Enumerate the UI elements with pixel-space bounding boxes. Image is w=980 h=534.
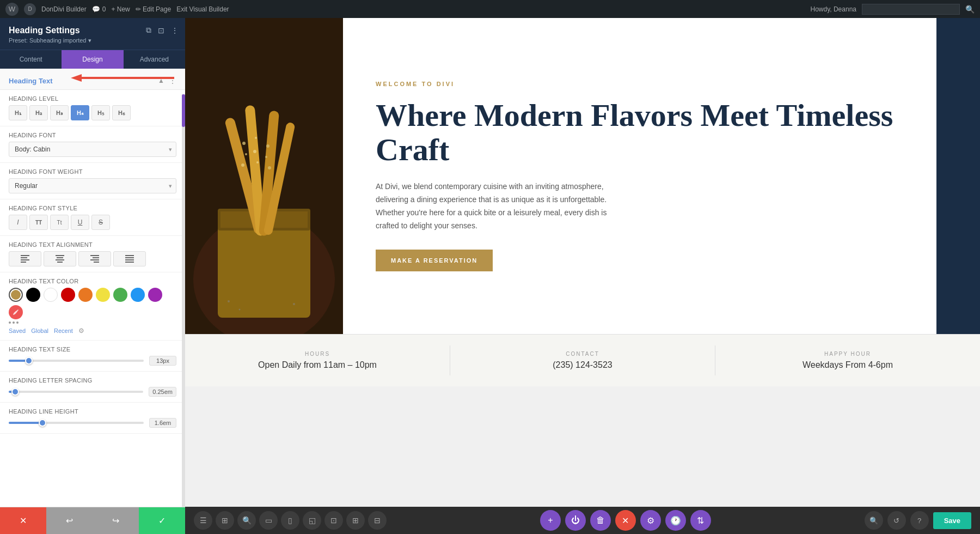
color-swatch-black[interactable] (26, 288, 40, 302)
divi-logo[interactable]: D (24, 3, 36, 15)
h3-button[interactable]: H₃ (50, 105, 69, 120)
color-swatch-yellow[interactable] (96, 288, 110, 302)
cancel-button[interactable]: ✕ (0, 507, 46, 534)
tab-design[interactable]: Design (62, 50, 123, 69)
svg-point-29 (241, 163, 244, 167)
howdy-text: Howdy, Deanna (811, 5, 857, 13)
preview-area: WELCOME TO DIVI Where Modern Flavors Mee… (185, 18, 980, 534)
sort-button[interactable]: ⇅ (690, 510, 711, 531)
heading-font-weight-select-wrapper: Regular (9, 178, 176, 193)
heading-line-height-track[interactable] (9, 422, 144, 424)
tab-advanced[interactable]: Advanced (124, 50, 185, 69)
settings-button[interactable]: ⚙ (640, 510, 661, 531)
zoom-icon[interactable]: 🔍 (865, 511, 883, 530)
section-collapse-icon[interactable]: ▲ (158, 77, 164, 84)
panel-more-icon[interactable]: ⋮ (171, 26, 179, 35)
builder-mobile-icon[interactable]: ◱ (303, 511, 321, 530)
undo-button[interactable]: ↩ (46, 507, 93, 534)
admin-bar: W D DonDivi Builder 💬 0 + New ✏ Edit Pag… (0, 0, 980, 18)
color-swatch-white[interactable] (44, 288, 58, 302)
align-justify-button[interactable] (113, 251, 146, 266)
edit-page-link[interactable]: ✏ Edit Page (136, 5, 171, 13)
h1-button[interactable]: H₁ (9, 105, 27, 120)
close-button[interactable]: ✕ (615, 510, 636, 531)
hero-cta-button[interactable]: MAKE A RESERVATION (376, 250, 493, 271)
hero-text-area: WELCOME TO DIVI Where Modern Flavors Mee… (343, 18, 936, 334)
h4-button[interactable]: H₄ (71, 105, 89, 120)
builder-select-icon[interactable]: ⊞ (346, 511, 365, 530)
h5-button[interactable]: H₅ (91, 105, 110, 120)
svg-point-37 (239, 309, 241, 311)
redo-button[interactable]: ↪ (93, 507, 139, 534)
color-settings-icon[interactable]: ⚙ (78, 327, 84, 335)
section-more-icon[interactable]: ⋮ (169, 76, 176, 85)
heading-line-height-value[interactable]: 1.6em (149, 418, 176, 428)
color-swatch-orange[interactable] (78, 288, 93, 302)
help-icon[interactable]: ? (910, 511, 929, 530)
color-swatch-blue[interactable] (131, 288, 145, 302)
color-recent-tab[interactable]: Recent (54, 327, 73, 334)
builder-grid2-icon[interactable]: ⊟ (368, 511, 387, 530)
strikethrough-button[interactable]: S (91, 215, 110, 230)
color-swatch-custom[interactable] (9, 305, 23, 319)
confirm-button[interactable]: ✓ (139, 507, 185, 534)
align-left-button[interactable] (9, 251, 41, 266)
color-swatch-red[interactable] (61, 288, 75, 302)
svg-rect-7 (57, 257, 63, 258)
builder-grid-icon[interactable]: ⊞ (216, 511, 234, 530)
heading-text-size-value[interactable]: 13px (149, 356, 176, 366)
delete-button[interactable]: 🗑 (590, 510, 611, 531)
power-button[interactable]: ⏻ (565, 510, 586, 531)
align-center-button[interactable] (44, 251, 76, 266)
color-swatch-purple[interactable] (148, 288, 162, 302)
builder-menu-icon[interactable]: ☰ (194, 511, 212, 530)
builder-wireframe-icon[interactable]: ⊡ (324, 511, 343, 530)
underline-button[interactable]: U (71, 215, 89, 230)
capitalize-button[interactable]: Tt (50, 215, 69, 230)
svg-rect-11 (93, 257, 99, 258)
hero-heading[interactable]: Where Modern Flavors Meet Timeless Craft (376, 98, 904, 168)
heading-text-size-track[interactable] (9, 360, 144, 362)
panel-preset[interactable]: Preset: Subheading imported ▾ (9, 37, 176, 44)
new-link[interactable]: + New (111, 5, 130, 13)
builder-search-icon[interactable]: 🔍 (237, 511, 256, 530)
heading-letter-spacing-value[interactable]: 0.25em (149, 387, 176, 397)
admin-search-input[interactable] (862, 4, 960, 15)
add-module-button[interactable]: + (540, 510, 561, 531)
comment-link[interactable]: 💬 0 (92, 5, 106, 13)
italic-button[interactable]: I (9, 215, 27, 230)
color-swatch-gold[interactable] (9, 288, 23, 302)
info-bar: HOURS Open Daily from 11am – 10pm CONTAC… (185, 334, 980, 386)
svg-point-32 (256, 161, 259, 163)
builder-desktop-icon[interactable]: ▭ (259, 511, 278, 530)
heading-font-weight-select[interactable]: Regular (9, 178, 176, 193)
save-button[interactable]: Save (933, 512, 971, 529)
wordpress-logo[interactable]: W (5, 3, 19, 16)
builder-tablet-icon[interactable]: ▯ (281, 511, 299, 530)
dondivi-builder-link[interactable]: DonDivi Builder (41, 5, 87, 13)
h2-button[interactable]: H₂ (29, 105, 48, 120)
color-swatch-green[interactable] (113, 288, 127, 302)
h6-button[interactable]: H₆ (112, 105, 131, 120)
info-bar-happy-hour: HAPPY HOUR Weekdays From 4-6pm (715, 345, 980, 375)
panel-layout-icon[interactable]: ⊡ (158, 26, 164, 35)
info-bar-hours: HOURS Open Daily from 11am – 10pm (185, 345, 450, 375)
history-button[interactable]: 🕐 (665, 510, 686, 531)
search-icon[interactable]: 🔍 (965, 5, 975, 14)
heading-line-height-row: Heading Line Height 1.6em (0, 403, 185, 434)
exit-visual-builder-link[interactable]: Exit Visual Builder (176, 5, 229, 13)
svg-rect-14 (125, 255, 134, 256)
svg-point-35 (268, 166, 271, 169)
heading-level-row: Heading Level H₁ H₂ H₃ H₄ H₅ H₆ (0, 90, 185, 126)
section-title: Heading Text (9, 77, 53, 85)
panel-copy-icon[interactable]: ⧉ (146, 26, 151, 35)
color-global-tab[interactable]: Global (31, 327, 48, 334)
align-right-button[interactable] (78, 251, 111, 266)
uppercase-button[interactable]: TT (29, 215, 48, 230)
heading-font-select[interactable]: Body: Cabin (9, 142, 176, 157)
color-more-button[interactable] (9, 321, 176, 324)
tab-content[interactable]: Content (0, 50, 62, 69)
heading-letter-spacing-track[interactable] (9, 391, 143, 393)
color-saved-tab[interactable]: Saved (9, 327, 26, 334)
refresh-icon[interactable]: ↺ (887, 511, 906, 530)
